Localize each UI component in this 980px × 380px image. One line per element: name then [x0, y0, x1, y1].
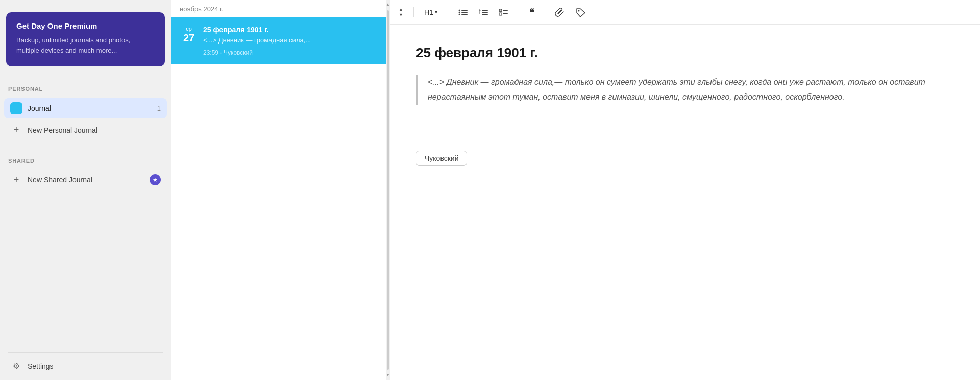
entry-content: 25 февраля 1901 г. <...> Дневник — грома…: [203, 26, 380, 56]
personal-section: PERSONAL: [0, 77, 171, 97]
svg-rect-3: [461, 12, 468, 13]
entry-meta: 23:59 · Чуковский: [203, 49, 380, 56]
editor-panel: ▲ ▼ H1 ▾ 1. 2. 3.: [390, 0, 980, 380]
scroll-down-arrow[interactable]: ▼: [386, 372, 390, 379]
svg-rect-14: [499, 13, 502, 15]
entry-preview: <...> Дневник — громадная сила,...: [203, 36, 380, 45]
editor-date-title: 25 февраля 1901 г.: [416, 45, 954, 61]
journal-count: 1: [157, 105, 161, 112]
entry-card[interactable]: СР 27 25 февраля 1901 г. <...> Дневник —…: [172, 17, 390, 64]
toolbar-separator-4: [545, 7, 545, 17]
shared-section-label: SHARED: [8, 158, 163, 164]
plus-icon-shared: +: [10, 175, 22, 185]
svg-point-0: [458, 9, 460, 11]
premium-description: Backup, unlimited journals and photos, m…: [16, 35, 155, 55]
svg-rect-7: [482, 10, 488, 11]
premium-star-icon: ★: [150, 174, 161, 185]
personal-section-label: PERSONAL: [8, 86, 163, 92]
entry-weekday: СР: [186, 26, 192, 32]
svg-rect-9: [482, 12, 488, 13]
editor-toolbar: ▲ ▼ H1 ▾ 1. 2. 3.: [390, 0, 980, 25]
toolbar-separator-3: [519, 7, 519, 17]
sidebar-bottom: ⚙ Settings: [0, 344, 171, 380]
svg-rect-11: [482, 14, 488, 15]
editor-body-blockquote[interactable]: <...> Дневник — громадная сила,— только …: [416, 75, 954, 105]
nav-up-arrow[interactable]: ▲: [399, 7, 403, 12]
sidebar-item-journal[interactable]: Journal 1: [4, 98, 167, 118]
svg-point-4: [458, 13, 460, 15]
plus-icon: +: [10, 125, 22, 135]
toolbar-separator-2: [448, 7, 448, 17]
svg-rect-13: [503, 10, 508, 11]
journal-icon: [10, 102, 22, 114]
svg-rect-5: [461, 14, 468, 15]
heading-dropdown-button[interactable]: H1 ▾: [420, 6, 442, 18]
new-personal-label: New Personal Journal: [28, 126, 97, 134]
attachment-button[interactable]: [551, 5, 569, 20]
entry-date-col: СР 27: [182, 26, 196, 56]
svg-text:3.: 3.: [479, 13, 481, 16]
nav-down-arrow[interactable]: ▼: [399, 12, 403, 18]
new-shared-journal-row[interactable]: + New Shared Journal ★: [4, 170, 167, 189]
svg-point-2: [458, 11, 460, 13]
entry-day: 27: [183, 33, 194, 43]
svg-point-16: [578, 10, 579, 11]
sidebar: Get Day One Premium Backup, unlimited jo…: [0, 0, 171, 380]
bullet-list-button[interactable]: [454, 6, 472, 19]
settings-button[interactable]: ⚙ Settings: [4, 357, 167, 375]
shared-section: SHARED: [0, 149, 171, 169]
nav-arrows[interactable]: ▲ ▼: [399, 7, 403, 18]
middle-scrollbar[interactable]: ▲ ▼: [386, 0, 390, 380]
editor-body-text: <...> Дневник — громадная сила,— только …: [428, 78, 925, 101]
toolbar-separator-1: [413, 7, 414, 17]
checklist-button[interactable]: [495, 6, 512, 19]
premium-banner[interactable]: Get Day One Premium Backup, unlimited jo…: [6, 12, 165, 66]
month-header: ноябрь 2024 г.: [172, 0, 390, 17]
new-personal-journal-button[interactable]: + New Personal Journal: [4, 121, 167, 139]
heading-chevron-icon: ▾: [435, 9, 437, 15]
svg-rect-15: [503, 13, 508, 14]
tag-button[interactable]: [572, 5, 590, 19]
tag-chip[interactable]: Чуковский: [416, 151, 467, 166]
entry-title: 25 февраля 1901 г.: [203, 26, 380, 34]
heading-label: H1: [424, 8, 433, 16]
journal-name: Journal: [28, 104, 152, 112]
settings-label: Settings: [28, 362, 54, 370]
scrollbar-thumb[interactable]: [387, 10, 389, 370]
scroll-up-arrow[interactable]: ▲: [386, 1, 390, 8]
gear-icon: ⚙: [10, 361, 22, 371]
entries-panel: ноябрь 2024 г. СР 27 25 февраля 1901 г. …: [171, 0, 390, 380]
blockquote-icon: ❝: [529, 7, 534, 18]
ordered-list-button[interactable]: 1. 2. 3.: [475, 6, 492, 19]
premium-title: Get Day One Premium: [16, 21, 155, 30]
svg-rect-1: [461, 10, 468, 11]
editor-content-area[interactable]: 25 февраля 1901 г. <...> Дневник — грома…: [390, 25, 980, 380]
new-shared-label: New Shared Journal: [28, 176, 92, 184]
blockquote-button[interactable]: ❝: [525, 4, 538, 20]
